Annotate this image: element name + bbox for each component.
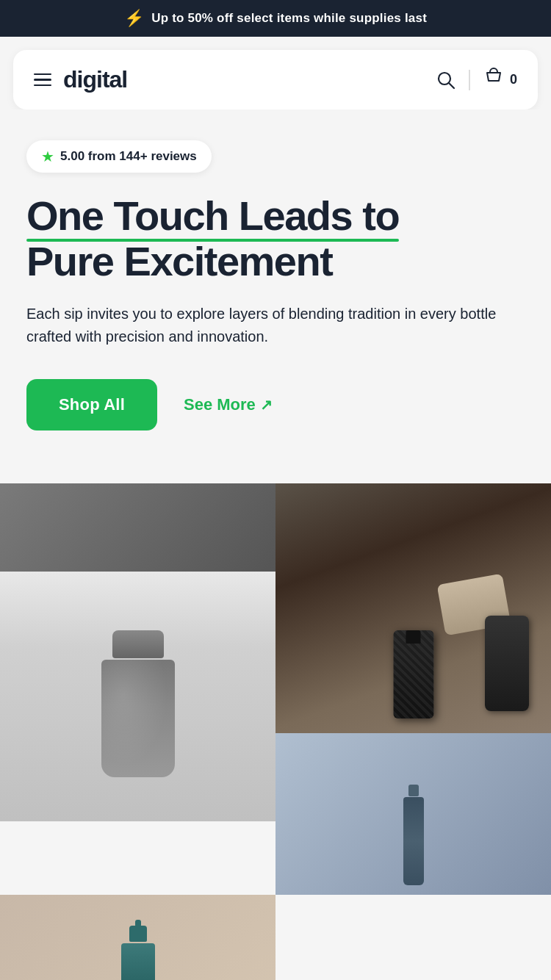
arrow-icon: ↗ <box>260 396 273 414</box>
hero-section: ★ 5.00 from 144+ reviews One Touch Leads… <box>0 109 551 457</box>
cart-icon <box>483 68 504 93</box>
header-divider <box>469 70 470 90</box>
teal-bottle-image <box>120 926 156 980</box>
teal-bottle-body <box>121 943 155 980</box>
search-icon[interactable] <box>436 71 455 90</box>
product-cell-teal-bottle[interactable] <box>0 895 276 980</box>
teal-bottle-cap <box>129 926 147 942</box>
cart-count: 0 <box>510 72 517 87</box>
product-grid <box>0 483 551 980</box>
headline-line1: One Touch Leads to <box>26 192 399 239</box>
site-logo[interactable]: digital <box>63 66 127 93</box>
product-cell-top-left[interactable] <box>0 483 276 572</box>
announcement-bar: ⚡ Up to 50% off select items while suppl… <box>0 0 551 37</box>
product-cell-blue-bottle[interactable] <box>276 733 551 895</box>
see-more-button[interactable]: See More ↗ <box>184 395 273 414</box>
cta-row: Shop All See More ↗ <box>26 379 525 430</box>
announcement-text: Up to 50% off select items while supplie… <box>151 11 427 26</box>
header: digital 0 <box>13 50 538 109</box>
header-right: 0 <box>436 68 517 93</box>
review-badge: ★ 5.00 from 144+ reviews <box>26 140 212 173</box>
review-text: 5.00 from 144+ reviews <box>60 149 197 164</box>
hero-headline: One Touch Leads to Pure Excitement <box>26 193 525 284</box>
headline-line2: Pure Excitement <box>26 238 332 284</box>
see-more-label: See More <box>184 395 256 414</box>
product-cell-right-person[interactable] <box>276 483 551 733</box>
svg-line-1 <box>449 83 454 88</box>
gray-bottle-image <box>98 630 179 777</box>
shop-all-button[interactable]: Shop All <box>26 379 157 430</box>
header-left: digital <box>34 66 127 93</box>
star-icon: ★ <box>41 148 54 165</box>
product-cell-gray-bottle[interactable] <box>0 572 276 821</box>
hero-subtext: Each sip invites you to explore layers o… <box>26 303 525 348</box>
slim-bottle-body <box>403 797 424 885</box>
slim-bottle-image <box>403 785 424 887</box>
bottle-cap <box>112 630 164 658</box>
cart-button[interactable]: 0 <box>483 68 517 93</box>
bottle-body <box>101 660 175 777</box>
slim-bottle-cap <box>408 785 419 796</box>
hamburger-menu-icon[interactable] <box>34 73 51 87</box>
lightning-icon: ⚡ <box>124 10 144 26</box>
